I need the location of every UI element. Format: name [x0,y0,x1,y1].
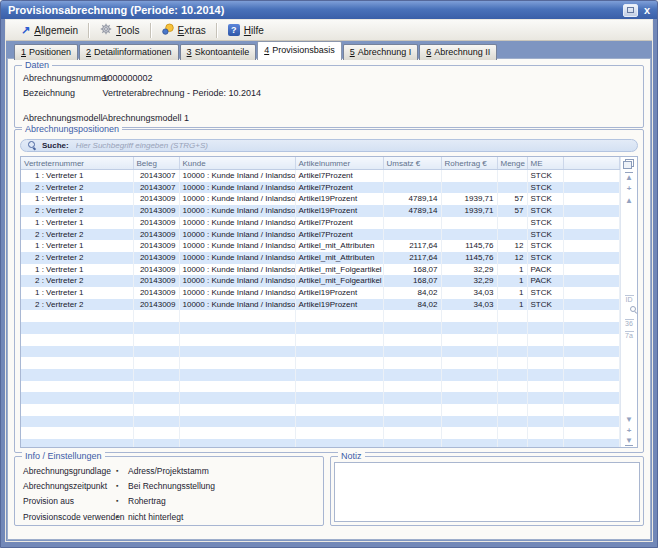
bullet-icon: ▪ [116,467,118,474]
table-row[interactable]: 1 : Vertreter 12014300710000 : Kunde Inl… [21,170,620,182]
table-row[interactable]: 1 : Vertreter 12014300910000 : Kunde Inl… [21,287,620,299]
table-row[interactable]: 2 : Vertreter 22014300910000 : Kunde Inl… [21,205,620,217]
field-value: 1000000002 [103,73,153,83]
close-icon[interactable]: x [644,5,650,16]
table-row[interactable] [21,334,620,346]
scroll-down-icon[interactable]: ▼ [621,415,637,424]
bullet-icon: ▪ [116,482,118,489]
grid-scroll-strip: ▲ + ▲ ID 36 7a ▼ + ▼ [620,157,637,447]
search-bar[interactable]: Suche: [20,139,638,152]
tools-button[interactable]: Tools [93,21,146,39]
table-row[interactable] [21,310,620,322]
tab-detailinformationen[interactable]: 2Detailinformationen [79,44,179,60]
col-kunde[interactable]: Kunde [179,157,295,170]
scroll-step-down-icon[interactable]: + [621,426,637,435]
table-row[interactable] [21,427,620,439]
tab-skontoanteile[interactable]: 3Skontoanteile [180,44,257,60]
table-row[interactable]: 2 : Vertreter 22014300910000 : Kunde Inl… [21,229,620,241]
field-value: Vertreterabrechnung - Periode: 10.2014 [103,88,262,98]
tab-abrechnung-2[interactable]: 6Abrechnung II [419,44,497,60]
table-row[interactable]: 2 : Vertreter 22014300710000 : Kunde Inl… [21,182,620,194]
table-row[interactable]: 1 : Vertreter 12014300910000 : Kunde Inl… [21,193,620,205]
table-row[interactable] [21,439,620,447]
window-title: Provisionsabrechnung (Periode: 10.2014) [8,4,224,16]
positions-table-body: 1 : Vertreter 12014300710000 : Kunde Inl… [21,170,620,448]
table-row[interactable] [21,392,620,404]
id-tool-icon[interactable]: ID [625,295,634,304]
abrechnungspositionen-groupbox: Abrechnungspositionen Suche: [14,129,644,453]
table-row[interactable]: 1 : Vertreter 12014300910000 : Kunde Inl… [21,264,620,276]
tab-provisionsbasis[interactable]: 4Provisionsbasis [257,41,342,60]
field-value: Abrechnungsmodell 1 [102,113,189,123]
bullet-icon: ▪ [116,513,118,520]
arrow-ne-icon: ↗ [21,25,30,36]
scroll-to-top-icon[interactable]: ▲ [621,172,637,182]
allgemein-button[interactable]: ↗ Allgemein [14,23,85,38]
notiz-groupbox: Notiz [330,456,644,526]
field-label: Abrechnungsnummer [23,73,100,83]
sort-36-icon[interactable]: 36 [625,319,634,328]
table-row[interactable]: 2 : Vertreter 22014300910000 : Kunde Inl… [21,299,620,311]
sort-7a-icon[interactable]: 7a [625,331,634,340]
positions-grid: Vertreternummer Beleg Kunde Artikelnumme… [20,156,638,448]
positions-grid-main: Vertreternummer Beleg Kunde Artikelnumme… [21,157,620,447]
table-row[interactable] [21,416,620,428]
search-label: Suche: [42,141,69,150]
notiz-textarea[interactable] [334,462,640,522]
restore-icon[interactable] [623,4,638,17]
search-icon [28,141,37,150]
daten-legend: Daten [22,60,52,70]
table-header-row: Vertreternummer Beleg Kunde Artikelnumme… [21,157,620,170]
layout-sheets-icon[interactable] [621,159,637,167]
help-icon: ? [228,24,240,36]
field-abrechnungsnummer: Abrechnungsnummer 1000000002 [23,73,635,83]
table-row[interactable] [21,404,620,416]
col-vertreternummer[interactable]: Vertreternummer [21,157,133,170]
scroll-to-bottom-icon[interactable]: ▼ [621,436,637,446]
notiz-legend: Notiz [338,451,365,461]
field-label: Bezeichnung [23,88,100,98]
col-filler [563,157,620,170]
table-row[interactable] [21,357,620,369]
table-row[interactable] [21,322,620,334]
window-body: ↗ Allgemein Tools Extras ? Hilfe 1Positi… [5,19,653,542]
scroll-step-up-icon[interactable]: + [621,184,637,193]
table-row[interactable]: 2 : Vertreter 22014300910000 : Kunde Inl… [21,252,620,264]
tools-label: Tools [116,25,139,36]
tab-positionen[interactable]: 1Positionen [14,44,78,60]
col-rohertrag[interactable]: Rohertrag € [441,157,497,170]
scroll-up-icon[interactable]: ▲ [621,196,637,205]
table-row[interactable] [21,381,620,393]
extras-label: Extras [178,25,206,36]
titlebar[interactable]: Provisionsabrechnung (Periode: 10.2014) … [1,1,657,19]
search-input[interactable] [74,140,630,151]
bullet-icon: ▪ [116,497,118,504]
extras-button[interactable]: Extras [155,21,213,39]
info-einstellungen-groupbox: Info / Einstellungen Abrechnungsgrundlag… [14,456,324,526]
positions-table: Vertreternummer Beleg Kunde Artikelnumme… [21,157,620,447]
toolbar: ↗ Allgemein Tools Extras ? Hilfe [6,20,652,41]
col-menge[interactable]: Menge [497,157,527,170]
field-bezeichnung: Bezeichnung Vertreterabrechnung - Period… [23,88,635,98]
col-artikelnummer[interactable]: Artikelnummer [295,157,383,170]
hilfe-button[interactable]: ? Hilfe [221,22,271,38]
abrechnungspositionen-legend: Abrechnungspositionen [22,124,122,134]
tab-page-provisionsbasis: Daten Abrechnungsnummer 1000000002 Bezei… [7,58,651,540]
allgemein-label: Allgemein [34,25,78,36]
table-row[interactable]: 1 : Vertreter 12014300910000 : Kunde Inl… [21,240,620,252]
toolbar-separator [150,23,152,38]
col-beleg[interactable]: Beleg [133,157,179,170]
daten-groupbox: Daten Abrechnungsnummer 1000000002 Bezei… [14,65,644,128]
app-window: Provisionsabrechnung (Periode: 10.2014) … [0,0,658,548]
field-label: Abrechnungsmodell [23,113,100,123]
table-row[interactable]: 1 : Vertreter 12014300910000 : Kunde Inl… [21,217,620,229]
table-row[interactable]: 2 : Vertreter 22014300910000 : Kunde Inl… [21,275,620,287]
col-umsatz[interactable]: Umsatz € [383,157,441,170]
tab-abrechnung-1[interactable]: 5Abrechnung I [343,44,419,60]
col-me[interactable]: ME [527,157,563,170]
table-row[interactable] [21,369,620,381]
info-legend: Info / Einstellungen [22,451,105,461]
table-row[interactable] [21,346,620,358]
hilfe-label: Hilfe [244,25,264,36]
toolbar-separator [216,23,218,38]
